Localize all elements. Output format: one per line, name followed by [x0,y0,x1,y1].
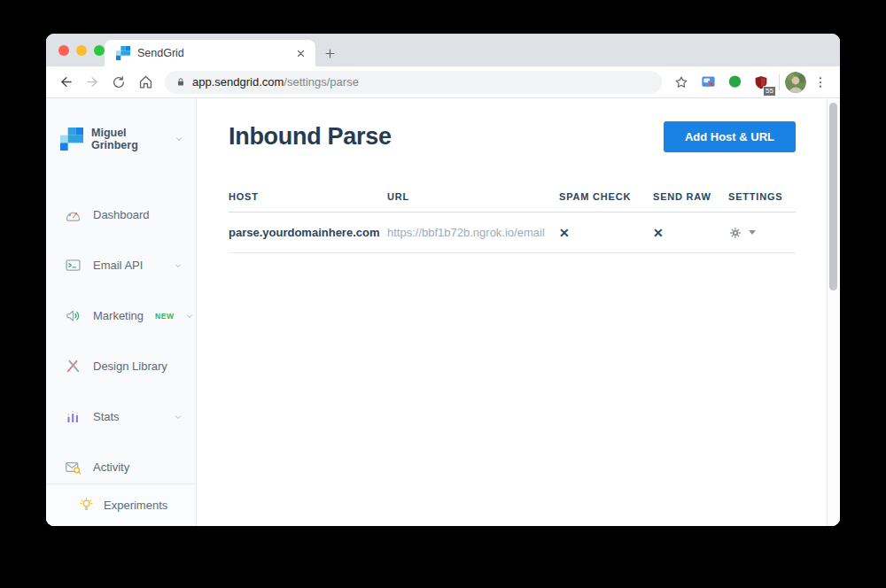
page-title: Inbound Parse [229,121,392,152]
column-header-url: URL [387,191,559,202]
column-header-spam-check: SPAM CHECK [559,191,653,202]
back-button[interactable] [53,70,78,95]
spam-check-x-mark: ✕ [559,226,653,240]
screenshot-extension-icon [700,74,717,90]
sidebar: Miguel Grinberg [46,98,197,526]
send-raw-x-mark: ✕ [653,226,728,240]
toolbar-separator [779,74,780,90]
zoom-window-button[interactable] [94,45,105,56]
close-tab-icon[interactable] [293,46,308,61]
table-row: parse.yourdomainhere.com https://bbf1b72… [229,213,796,253]
account-name: Miguel Grinberg [91,127,167,151]
reload-button[interactable] [106,70,131,95]
sidebar-item-label: Marketing [93,309,144,322]
sendgrid-favicon [116,46,130,60]
bar-chart-icon [64,407,82,426]
star-icon [676,77,687,87]
page-scrollbar[interactable] [827,98,840,526]
content-header: Inbound Parse Add Host & URL [229,121,796,152]
caret-down-icon [749,230,756,235]
add-host-url-button[interactable]: Add Host & URL [664,121,796,152]
host-cell: parse.yourdomainhere.com [229,226,387,239]
main-content: Inbound Parse Add Host & URL HOST URL SP… [197,98,840,526]
terminal-icon [64,256,82,275]
sidebar-item-label: Dashboard [93,208,150,221]
sidebar-item-label: Stats [93,410,120,423]
scrollbar-thumb[interactable] [829,103,837,290]
chevron-down-icon [175,135,183,143]
avatar[interactable] [785,72,806,93]
close-window-button[interactable] [58,45,69,56]
sidebar-item-label: Activity [93,460,129,474]
sidebar-item-dashboard[interactable]: Dashboard [46,190,196,240]
screenshot-stage: SendGrid [0,0,886,588]
sidebar-item-email-api[interactable]: Email API [46,240,196,290]
column-header-send-raw: SEND RAW [653,191,728,202]
chevron-down-icon [174,413,183,422]
window-controls [58,45,105,56]
sidebar-item-label: Email API [93,259,143,272]
gauge-icon [64,205,82,224]
chevron-down-icon [174,261,183,270]
url-text: app.sendgrid.com/settings/parse [192,75,359,89]
sendgrid-logo [60,128,83,151]
column-header-host: HOST [229,191,387,202]
gear-icon [728,226,742,240]
tab-strip: SendGrid [46,34,840,66]
hangouts-extension-icon [727,74,743,90]
tab-title: SendGrid [137,47,286,59]
sendgrid-app: Miguel Grinberg [46,98,840,526]
url-host: app.sendgrid.com [192,75,284,89]
sidebar-item-experiments[interactable]: Experiments [46,484,196,526]
forward-button[interactable] [80,70,105,95]
kebab-menu-icon [813,75,828,89]
back-icon [61,78,70,87]
bookmark-button[interactable] [669,70,694,95]
minimize-window-button[interactable] [76,45,87,56]
home-icon [140,77,151,88]
parse-settings-table: HOST URL SPAM CHECK SEND RAW SETTINGS pa… [229,191,796,253]
hangouts-extension-button[interactable] [722,70,747,95]
megaphone-icon [64,306,82,325]
reload-icon [111,74,127,90]
column-header-settings: SETTINGS [728,191,796,202]
table-header-row: HOST URL SPAM CHECK SEND RAW SETTINGS [229,191,796,213]
lightbulb-icon [78,497,95,514]
plus-icon [323,47,337,60]
address-bar[interactable]: app.sendgrid.com/settings/parse [165,71,662,94]
extension-badge: 55 [763,86,776,97]
sidebar-item-design-library[interactable]: Design Library [46,341,196,391]
sidebar-item-label: Design Library [93,360,167,373]
new-badge: NEW [155,312,175,321]
sidebar-item-stats[interactable]: Stats [46,391,196,442]
screenshot-extension-button[interactable] [696,70,720,95]
url-path: /settings/parse [284,75,359,89]
row-settings-menu[interactable] [728,226,796,240]
new-tab-button[interactable] [317,41,342,66]
browser-menu-button[interactable] [808,70,833,95]
browser-window: SendGrid [46,34,840,526]
chevron-down-icon [185,312,194,321]
lock-icon [175,76,186,88]
url-cell: https://bbf1b72b.ngrok.io/email [387,226,559,239]
home-button[interactable] [133,70,158,95]
browser-toolbar: app.sendgrid.com/settings/parse [46,66,840,98]
envelope-search-icon [64,458,82,476]
sidebar-nav: Dashboard Email API [46,190,196,492]
browser-tab-sendgrid[interactable]: SendGrid [105,40,315,66]
sidebar-item-label: Experiments [104,499,167,512]
adblock-extension-button[interactable]: 55 [749,70,773,95]
forward-icon [87,78,96,87]
pencil-ruler-icon [64,357,82,375]
account-switcher[interactable]: Miguel Grinberg [46,98,196,151]
sidebar-item-marketing[interactable]: Marketing NEW [46,290,196,341]
